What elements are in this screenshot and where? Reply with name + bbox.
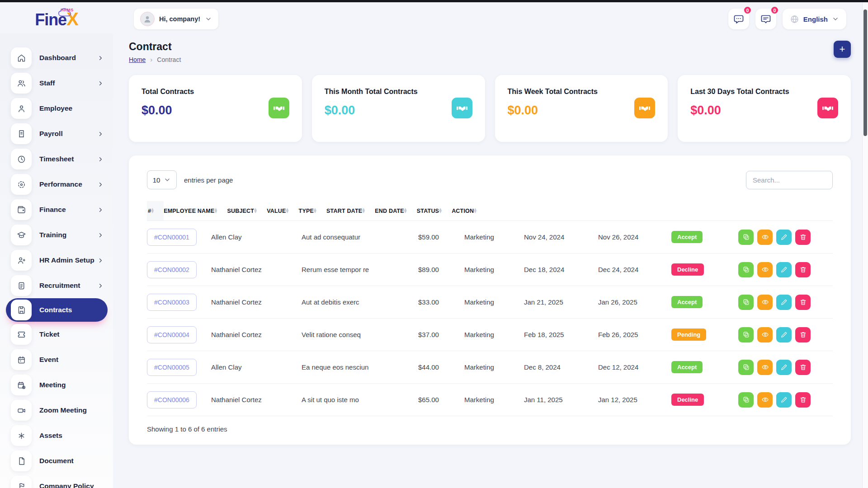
chat-button[interactable]: 0 bbox=[728, 9, 749, 29]
feedback-button[interactable]: 0 bbox=[755, 9, 776, 29]
value-cell: $37.00 bbox=[418, 331, 464, 338]
column-header[interactable]: SUBJECT ▲▼ bbox=[227, 201, 267, 221]
view-button[interactable] bbox=[757, 327, 773, 343]
edit-button[interactable] bbox=[776, 327, 792, 343]
view-button[interactable] bbox=[757, 360, 773, 375]
entries-per-page-select[interactable]: 10 bbox=[147, 170, 177, 189]
contracts-table: # ▲▼ EMPLOYEE NAME ▲▼ SUBJECT ▲▼ VALUE ▲… bbox=[147, 201, 833, 416]
sidebar-item-label: Training bbox=[39, 231, 66, 239]
column-header[interactable]: TYPE ▲▼ bbox=[299, 201, 326, 221]
chevron-right-icon bbox=[97, 282, 104, 289]
search-input[interactable] bbox=[746, 171, 833, 189]
sidebar-item-label: Meeting bbox=[39, 381, 66, 389]
subject-cell: A sit ut quo iste mo bbox=[302, 396, 418, 404]
column-header[interactable]: STATUS ▲▼ bbox=[417, 201, 452, 221]
edit-button[interactable] bbox=[776, 230, 792, 245]
sidebar-item-label: Assets bbox=[39, 432, 62, 440]
delete-button[interactable] bbox=[795, 230, 811, 245]
edit-button[interactable] bbox=[776, 392, 792, 408]
edit-button[interactable] bbox=[776, 262, 792, 277]
contract-id-badge[interactable]: #CON00004 bbox=[147, 326, 197, 343]
contract-id-badge[interactable]: #CON00003 bbox=[147, 294, 197, 311]
view-button[interactable] bbox=[757, 230, 773, 245]
sidebar-item-employee[interactable]: Employee bbox=[0, 96, 113, 121]
column-header[interactable]: START DATE ▲▼ bbox=[326, 201, 375, 221]
contract-id-badge[interactable]: #CON00006 bbox=[147, 391, 197, 408]
handshake-icon bbox=[634, 98, 655, 118]
delete-button[interactable] bbox=[795, 392, 811, 408]
sidebar-item-recruitment[interactable]: Recruitment bbox=[0, 273, 113, 298]
status-badge[interactable]: Accept bbox=[671, 296, 703, 308]
status-badge[interactable]: Decline bbox=[671, 263, 704, 276]
delete-button[interactable] bbox=[795, 327, 811, 343]
status-badge[interactable]: Accept bbox=[671, 361, 703, 373]
column-header-label: # bbox=[148, 208, 151, 214]
add-contract-button[interactable]: + bbox=[834, 41, 851, 58]
duplicate-button[interactable] bbox=[738, 295, 754, 310]
sidebar-item-payroll[interactable]: Payroll bbox=[0, 121, 113, 146]
status-badge[interactable]: Accept bbox=[671, 231, 703, 243]
scrollbar-thumb[interactable] bbox=[863, 9, 867, 136]
sidebar-item-icon bbox=[11, 300, 32, 320]
sidebar-item-performance[interactable]: Performance bbox=[0, 172, 113, 197]
sidebar-item-icon bbox=[11, 199, 32, 220]
duplicate-button[interactable] bbox=[738, 327, 754, 343]
sidebar-item-ticket[interactable]: Ticket bbox=[0, 322, 113, 347]
sidebar-item-icon bbox=[11, 476, 32, 488]
delete-button[interactable] bbox=[795, 295, 811, 310]
view-button[interactable] bbox=[757, 262, 773, 277]
duplicate-button[interactable] bbox=[738, 392, 754, 408]
sidebar-item-document[interactable]: Document bbox=[0, 448, 113, 474]
status-badge[interactable]: Pending bbox=[671, 328, 706, 341]
value-cell: $65.00 bbox=[418, 396, 464, 404]
sidebar-item-dashboard[interactable]: Dashboard bbox=[0, 45, 113, 70]
handshake-icon bbox=[452, 98, 472, 118]
sidebar-item-contracts[interactable]: Contracts bbox=[6, 298, 108, 322]
delete-button[interactable] bbox=[795, 262, 811, 277]
edit-button[interactable] bbox=[776, 295, 792, 310]
duplicate-button[interactable] bbox=[738, 360, 754, 375]
contract-id-badge[interactable]: #CON00001 bbox=[147, 229, 197, 246]
start-date-cell: Dec 18, 2024 bbox=[524, 266, 598, 273]
sidebar-item-timesheet[interactable]: Timesheet bbox=[0, 146, 113, 172]
main-content: Contract Home › Contract + Total Contrac… bbox=[113, 33, 862, 488]
sidebar-item-assets[interactable]: Assets bbox=[0, 423, 113, 448]
column-header[interactable]: VALUE ▲▼ bbox=[267, 201, 298, 221]
duplicate-button[interactable] bbox=[738, 230, 754, 245]
sidebar-item-company-policy[interactable]: Company Policy bbox=[0, 474, 113, 488]
sidebar-item-hr-admin-setup[interactable]: HR Admin Setup bbox=[0, 248, 113, 273]
breadcrumb-home-link[interactable]: Home bbox=[129, 56, 146, 63]
duplicate-button[interactable] bbox=[738, 262, 754, 277]
sidebar-item-training[interactable]: Training bbox=[0, 222, 113, 248]
status-badge[interactable]: Decline bbox=[671, 394, 704, 406]
value-cell: $89.00 bbox=[418, 266, 464, 273]
sidebar-item-event[interactable]: Event bbox=[0, 347, 113, 372]
contract-id-badge[interactable]: #CON00002 bbox=[147, 261, 197, 278]
view-button[interactable] bbox=[757, 295, 773, 310]
start-date-cell: Jan 21, 2025 bbox=[524, 298, 598, 306]
sidebar-item-zoom-meeting[interactable]: Zoom Meeting bbox=[0, 398, 113, 423]
sidebar-item-staff[interactable]: Staff bbox=[0, 70, 113, 96]
page-scrollbar[interactable] bbox=[862, 2, 868, 488]
sidebar-item-finance[interactable]: Finance bbox=[0, 197, 113, 222]
sidebar-item-label: Document bbox=[39, 457, 74, 465]
column-header-label: STATUS bbox=[417, 208, 439, 214]
column-header-label: SUBJECT bbox=[227, 208, 254, 214]
delete-button[interactable] bbox=[795, 360, 811, 375]
brand-logo[interactable]: FineX HRMS bbox=[0, 9, 113, 29]
breadcrumb: Home › Contract bbox=[129, 56, 181, 63]
edit-button[interactable] bbox=[776, 360, 792, 375]
language-selector[interactable]: English bbox=[783, 9, 846, 29]
column-header[interactable]: EMPLOYEE NAME ▲▼ bbox=[164, 201, 227, 221]
view-button[interactable] bbox=[757, 392, 773, 408]
column-header[interactable]: # ▲▼ bbox=[147, 201, 164, 221]
column-header[interactable]: ACTION ▲▼ bbox=[452, 201, 486, 221]
column-header[interactable]: END DATE ▲▼ bbox=[375, 201, 417, 221]
sidebar-item-meeting[interactable]: Meeting bbox=[0, 372, 113, 398]
contract-id-badge[interactable]: #CON00005 bbox=[147, 359, 197, 376]
table-row: #CON00006 Nathaniel Cortez A sit ut quo … bbox=[147, 384, 833, 416]
sidebar-item-icon bbox=[11, 47, 32, 68]
language-label: English bbox=[803, 15, 828, 23]
user-menu[interactable]: Hi, company! bbox=[134, 9, 218, 29]
user-greeting: Hi, company! bbox=[159, 15, 200, 23]
